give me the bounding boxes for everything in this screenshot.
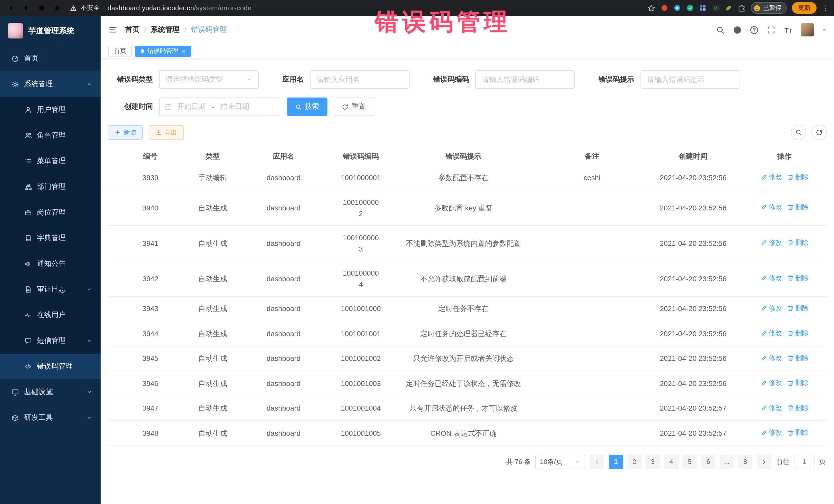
reset-button[interactable]: 重置 <box>334 97 374 116</box>
cell-app: dashboard <box>233 190 335 225</box>
github-icon[interactable] <box>733 25 742 34</box>
address-bar[interactable]: 不安全 dashboard.yudao.iocoder.cn/system/er… <box>70 4 251 12</box>
delete-link[interactable]: 删除 <box>787 402 809 413</box>
next-page-button[interactable] <box>757 455 771 469</box>
page-button[interactable]: 4 <box>664 455 679 469</box>
sidebar-item[interactable]: 字典管理 <box>0 225 101 251</box>
tab[interactable]: 错误码管理× <box>135 45 191 57</box>
sidebar-item[interactable]: 通知公告 <box>0 251 101 277</box>
sms-icon <box>25 337 32 344</box>
delete-link[interactable]: 删除 <box>787 272 809 284</box>
page-button[interactable]: 2 <box>627 455 641 469</box>
sidebar-item[interactable]: 短信管理 <box>0 328 101 354</box>
add-button-label: 新增 <box>124 128 136 137</box>
cell-remark <box>540 371 644 396</box>
edit-link[interactable]: 修改 <box>760 237 782 248</box>
page-button[interactable]: 8 <box>738 455 752 469</box>
sidebar-item[interactable]: 首页 <box>0 46 101 71</box>
more-menu-icon[interactable] <box>822 4 829 12</box>
edit-link[interactable]: 修改 <box>760 377 782 389</box>
extension-green-check-icon[interactable] <box>686 4 694 12</box>
sidebar-item[interactable]: 在线用户 <box>0 302 101 328</box>
app-name-input[interactable] <box>310 70 410 89</box>
delete-link[interactable]: 删除 <box>787 237 809 248</box>
export-button[interactable]: 导出 <box>149 125 184 139</box>
more-pages-button[interactable]: ... <box>720 455 734 469</box>
sidebar-item[interactable]: 研发工具 <box>0 405 101 431</box>
tab[interactable]: 首页 <box>108 45 132 57</box>
sidebar-item[interactable]: 用户管理 <box>0 97 101 123</box>
extensions-puzzle-icon[interactable] <box>738 4 746 12</box>
page-button[interactable]: 5 <box>683 455 697 469</box>
error-type-select[interactable]: 请选择错误码类型 <box>159 70 259 89</box>
toggle-search-button[interactable] <box>791 125 806 140</box>
sidebar-item[interactable]: 菜单管理 <box>0 148 101 174</box>
extension-leaf-icon[interactable] <box>725 4 732 12</box>
cell-actions: 修改删除 <box>742 421 827 445</box>
table-row: 3942自动生成dashboard100100000 4不允许获取敏感配置到前端… <box>108 261 827 296</box>
edit-link[interactable]: 修改 <box>760 272 782 284</box>
sidebar-item[interactable]: 基础设施 <box>0 379 101 405</box>
fullscreen-icon[interactable] <box>767 25 775 34</box>
online-icon <box>25 311 32 319</box>
security-label[interactable]: 不安全 <box>81 4 100 12</box>
extension-grid-icon[interactable] <box>699 4 707 12</box>
extension-red-icon[interactable] <box>660 4 668 12</box>
user-avatar[interactable] <box>800 23 814 37</box>
page-button[interactable]: 3 <box>646 455 660 469</box>
edit-link[interactable]: 修改 <box>760 171 782 183</box>
url-text[interactable]: dashboard.yudao.iocoder.cn/system/error-… <box>108 4 251 12</box>
cell-message: 不能删除类型为系统内置的参数配置 <box>387 225 540 261</box>
home-icon[interactable] <box>51 2 63 14</box>
back-icon[interactable] <box>5 2 17 14</box>
sidebar-toggle-icon[interactable] <box>108 25 117 35</box>
search-button[interactable]: 搜索 <box>287 97 327 116</box>
delete-link[interactable]: 删除 <box>787 427 809 438</box>
edit-link[interactable]: 修改 <box>760 352 782 364</box>
page-size-select[interactable]: 10条/页 <box>535 455 585 469</box>
page-button[interactable]: 6 <box>701 455 716 469</box>
add-button[interactable]: 新增 <box>108 125 143 139</box>
edit-link[interactable]: 修改 <box>760 427 782 438</box>
edit-link[interactable]: 修改 <box>760 327 782 339</box>
reload-icon[interactable] <box>36 2 47 14</box>
delete-link[interactable]: 删除 <box>787 377 809 389</box>
refresh-table-button[interactable] <box>811 125 827 140</box>
delete-link[interactable]: 删除 <box>787 303 809 314</box>
breadcrumb-item[interactable]: 错误码管理 <box>191 25 227 35</box>
delete-link[interactable]: 删除 <box>787 327 809 339</box>
bookmark-star-icon[interactable] <box>647 4 655 12</box>
font-size-icon[interactable]: TT <box>784 25 792 34</box>
filter-form-row-2: 创建时间 开始日期 - 结束日期 搜索 重置 <box>108 97 827 116</box>
goto-page-input[interactable] <box>794 455 814 469</box>
help-icon[interactable] <box>750 25 759 34</box>
page-button[interactable]: 1 <box>609 455 623 469</box>
breadcrumb-item[interactable]: 首页 <box>125 25 139 35</box>
prev-page-button[interactable] <box>590 455 604 469</box>
sidebar-item[interactable]: 岗位管理 <box>0 200 101 225</box>
edit-link[interactable]: 修改 <box>760 402 782 413</box>
delete-link[interactable]: 删除 <box>787 202 809 213</box>
edit-link[interactable]: 修改 <box>760 202 782 213</box>
caret-down-icon[interactable] <box>822 28 826 31</box>
search-icon[interactable] <box>716 25 725 34</box>
sidebar-item[interactable]: 审计日志 <box>0 277 101 302</box>
sidebar-item[interactable]: 错误码管理 <box>0 354 101 379</box>
extension-on-icon[interactable]: on <box>712 4 720 12</box>
date-range-picker[interactable]: 开始日期 - 结束日期 <box>159 97 280 116</box>
edit-link[interactable]: 修改 <box>760 303 782 314</box>
breadcrumb-item[interactable]: 系统管理 <box>151 25 180 35</box>
paused-badge[interactable]: 已暂停 <box>751 2 787 14</box>
delete-link[interactable]: 删除 <box>787 352 809 364</box>
app-logo[interactable]: 芋道管理系统 <box>0 16 101 46</box>
sidebar-item[interactable]: 系统管理 <box>0 71 101 97</box>
sidebar-item[interactable]: 角色管理 <box>0 123 101 148</box>
forward-icon[interactable] <box>21 2 32 14</box>
sidebar-item[interactable]: 部门管理 <box>0 174 101 200</box>
error-message-input[interactable] <box>640 70 740 89</box>
update-button[interactable]: 更新 <box>792 2 816 14</box>
delete-link[interactable]: 删除 <box>787 171 809 183</box>
extension-blue-icon[interactable] <box>673 4 681 12</box>
error-code-input[interactable] <box>475 70 575 89</box>
close-icon[interactable]: × <box>182 48 185 54</box>
